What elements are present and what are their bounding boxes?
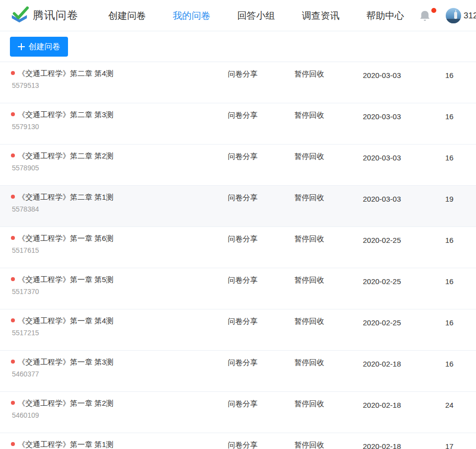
status-dot-icon bbox=[11, 195, 15, 199]
survey-title[interactable]: 《交通工程学》第一章 第1测 bbox=[18, 440, 228, 449]
survey-status: 暂停回收 bbox=[294, 351, 363, 391]
survey-response-count: 16 bbox=[445, 351, 476, 391]
survey-response-count: 16 bbox=[445, 309, 476, 350]
survey-title[interactable]: 《交通工程学》第一章 第3测 bbox=[18, 357, 228, 367]
survey-status: 暂停回收 bbox=[294, 145, 363, 185]
app-logo[interactable]: 腾讯问卷 bbox=[10, 6, 78, 24]
survey-title-cell: 《交通工程学》第一章 第3测 5460377 bbox=[0, 351, 228, 391]
survey-share-type: 问卷分享 bbox=[228, 186, 294, 226]
status-dot-icon bbox=[11, 112, 15, 116]
survey-title-cell: 《交通工程学》第一章 第2测 5460109 bbox=[0, 392, 228, 433]
survey-title[interactable]: 《交通工程学》第一章 第2测 bbox=[18, 398, 228, 408]
survey-title[interactable]: 《交通工程学》第二章 第2测 bbox=[18, 151, 228, 161]
nav-item-create[interactable]: 创建问卷 bbox=[108, 9, 173, 22]
survey-title-cell: 《交通工程学》第一章 第5测 5517370 bbox=[0, 268, 228, 309]
create-survey-label: 创建问卷 bbox=[29, 42, 61, 52]
status-dot-icon bbox=[11, 236, 15, 240]
logo-check-icon bbox=[10, 6, 29, 24]
avatar-image bbox=[446, 8, 461, 23]
survey-id: 5578905 bbox=[12, 164, 228, 172]
survey-date: 2020-03-03 bbox=[363, 145, 445, 185]
survey-response-count: 16 bbox=[445, 268, 476, 309]
nav-item-my-surveys[interactable]: 我的问卷 bbox=[173, 9, 237, 22]
survey-response-count: 16 bbox=[445, 62, 476, 103]
survey-status: 暂停回收 bbox=[294, 392, 363, 433]
survey-response-count: 24 bbox=[445, 392, 476, 433]
notification-dot bbox=[431, 8, 436, 13]
survey-row[interactable]: 《交通工程学》第一章 第3测 5460377 问卷分享 暂停回收 2020-02… bbox=[0, 351, 476, 392]
survey-date: 2020-03-03 bbox=[363, 62, 445, 103]
create-survey-button[interactable]: 创建问卷 bbox=[10, 37, 68, 57]
survey-title[interactable]: 《交通工程学》第二章 第3测 bbox=[18, 110, 228, 120]
survey-date: 2020-02-18 bbox=[363, 392, 445, 433]
survey-row[interactable]: 《交通工程学》第一章 第4测 5517215 问卷分享 暂停回收 2020-02… bbox=[0, 309, 476, 351]
survey-share-type: 问卷分享 bbox=[228, 351, 294, 391]
status-dot-icon bbox=[11, 360, 15, 364]
survey-share-type: 问卷分享 bbox=[228, 145, 294, 185]
survey-row[interactable]: 《交通工程学》第一章 第6测 5517615 问卷分享 暂停回收 2020-02… bbox=[0, 227, 476, 268]
status-dot-icon bbox=[11, 277, 15, 281]
survey-response-count: 16 bbox=[445, 145, 476, 185]
status-dot-icon bbox=[11, 401, 15, 405]
survey-response-count: 19 bbox=[445, 186, 476, 226]
survey-share-type: 问卷分享 bbox=[228, 103, 294, 144]
page: 腾讯问卷 创建问卷 我的问卷 回答小组 调查资讯 帮助中心 bbox=[0, 0, 476, 449]
survey-row[interactable]: 《交通工程学》第二章 第3测 5579130 问卷分享 暂停回收 2020-03… bbox=[0, 103, 476, 145]
survey-title[interactable]: 《交通工程学》第一章 第5测 bbox=[18, 275, 228, 285]
survey-id: 5517370 bbox=[12, 288, 228, 296]
survey-status: 暂停回收 bbox=[294, 309, 363, 350]
survey-status: 暂停回收 bbox=[294, 433, 363, 449]
status-dot-icon bbox=[11, 442, 15, 446]
survey-id: 5579130 bbox=[12, 123, 228, 131]
survey-date: 2020-02-25 bbox=[363, 268, 445, 309]
survey-status: 暂停回收 bbox=[294, 103, 363, 144]
survey-share-type: 问卷分享 bbox=[228, 309, 294, 350]
survey-id: 5517615 bbox=[12, 246, 228, 254]
survey-response-count: 17 bbox=[445, 433, 476, 449]
survey-status: 暂停回收 bbox=[294, 268, 363, 309]
survey-id: 5460377 bbox=[12, 370, 228, 378]
survey-share-type: 问卷分享 bbox=[228, 268, 294, 309]
user-name[interactable]: 312 bbox=[464, 11, 476, 21]
notifications-button[interactable] bbox=[419, 10, 437, 23]
survey-id: 5579513 bbox=[12, 81, 228, 89]
survey-row[interactable]: 《交通工程学》第一章 第1测 问卷分享 暂停回收 2020-02-18 17 bbox=[0, 433, 476, 449]
survey-title[interactable]: 《交通工程学》第一章 第4测 bbox=[18, 316, 228, 326]
nav-item-answer-groups[interactable]: 回答小组 bbox=[237, 9, 302, 22]
nav-item-survey-news[interactable]: 调查资讯 bbox=[302, 9, 366, 22]
survey-response-count: 16 bbox=[445, 227, 476, 268]
survey-row[interactable]: 《交通工程学》第二章 第1测 5578384 问卷分享 暂停回收 2020-03… bbox=[0, 186, 476, 227]
survey-id: 5578384 bbox=[12, 205, 228, 213]
survey-title[interactable]: 《交通工程学》第二章 第1测 bbox=[18, 192, 228, 202]
survey-share-type: 问卷分享 bbox=[228, 62, 294, 103]
survey-title-cell: 《交通工程学》第二章 第1测 5578384 bbox=[0, 186, 228, 226]
survey-id: 5517215 bbox=[12, 329, 228, 337]
survey-title[interactable]: 《交通工程学》第一章 第6测 bbox=[18, 233, 228, 243]
plus-icon bbox=[18, 43, 25, 50]
survey-date: 2020-02-18 bbox=[363, 351, 445, 391]
survey-row[interactable]: 《交通工程学》第二章 第4测 5579513 问卷分享 暂停回收 2020-03… bbox=[0, 62, 476, 103]
survey-status: 暂停回收 bbox=[294, 227, 363, 268]
survey-list: 《交通工程学》第二章 第4测 5579513 问卷分享 暂停回收 2020-03… bbox=[0, 62, 476, 449]
main-nav: 创建问卷 我的问卷 回答小组 调查资讯 帮助中心 bbox=[108, 0, 431, 31]
survey-share-type: 问卷分享 bbox=[228, 433, 294, 449]
survey-title[interactable]: 《交通工程学》第二章 第4测 bbox=[18, 69, 228, 78]
status-dot-icon bbox=[11, 71, 15, 75]
survey-row[interactable]: 《交通工程学》第一章 第2测 5460109 问卷分享 暂停回收 2020-02… bbox=[0, 392, 476, 433]
bell-icon bbox=[419, 10, 430, 22]
survey-date: 2020-02-18 bbox=[363, 433, 445, 449]
survey-row[interactable]: 《交通工程学》第二章 第2测 5578905 问卷分享 暂停回收 2020-03… bbox=[0, 145, 476, 186]
survey-title-cell: 《交通工程学》第二章 第3测 5579130 bbox=[0, 103, 228, 144]
survey-date: 2020-02-25 bbox=[363, 309, 445, 350]
top-nav-bar: 腾讯问卷 创建问卷 我的问卷 回答小组 调查资讯 帮助中心 bbox=[0, 0, 476, 31]
survey-status: 暂停回收 bbox=[294, 62, 363, 103]
survey-status: 暂停回收 bbox=[294, 186, 363, 226]
survey-row[interactable]: 《交通工程学》第一章 第5测 5517370 问卷分享 暂停回收 2020-02… bbox=[0, 268, 476, 309]
survey-title-cell: 《交通工程学》第二章 第4测 5579513 bbox=[0, 62, 228, 103]
survey-title-cell: 《交通工程学》第二章 第2测 5578905 bbox=[0, 145, 228, 185]
app-title: 腾讯问卷 bbox=[33, 8, 78, 23]
survey-response-count: 16 bbox=[445, 103, 476, 144]
survey-share-type: 问卷分享 bbox=[228, 392, 294, 433]
survey-date: 2020-03-03 bbox=[363, 103, 445, 144]
user-avatar[interactable] bbox=[446, 8, 461, 23]
